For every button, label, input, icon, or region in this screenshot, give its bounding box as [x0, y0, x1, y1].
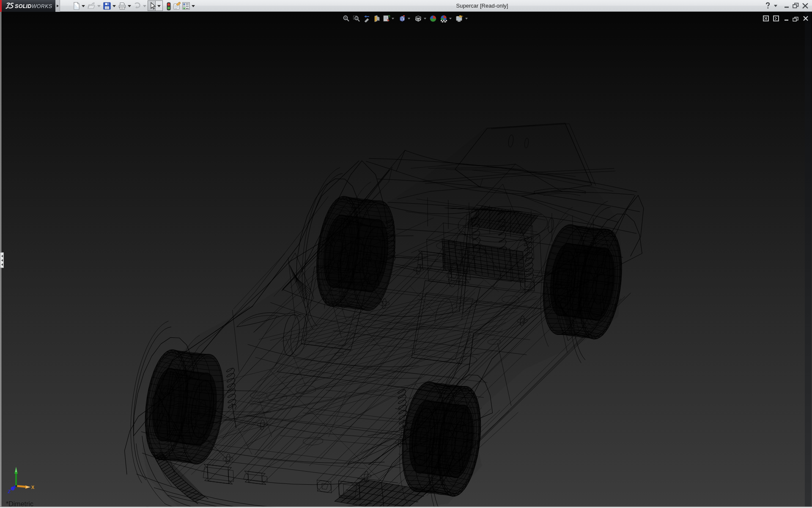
svg-text:X: X — [31, 485, 35, 490]
svg-text:Z: Z — [7, 489, 11, 494]
